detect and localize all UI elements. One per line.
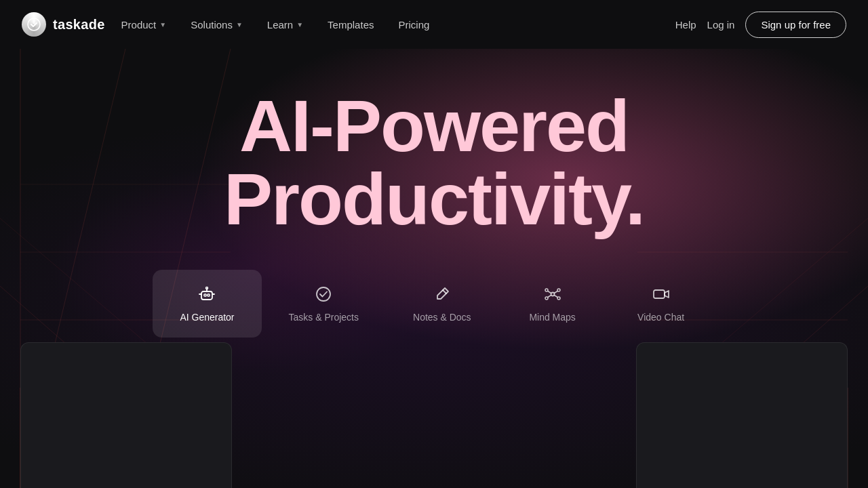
- hero-title-line1: AI-Powered: [224, 89, 644, 163]
- tab-tasks-projects[interactable]: Tasks & Projects: [262, 270, 386, 338]
- tab-notes-docs-label: Notes & Docs: [413, 312, 471, 323]
- tab-mind-maps-label: Mind Maps: [529, 312, 575, 323]
- svg-line-39: [554, 296, 557, 298]
- share-nodes-icon: [542, 283, 564, 305]
- help-link[interactable]: Help: [675, 19, 696, 30]
- nav-right: Help Log in Sign up for free: [675, 12, 846, 38]
- svg-point-33: [557, 289, 560, 291]
- svg-point-32: [545, 289, 548, 291]
- chevron-down-icon: ▼: [159, 21, 166, 28]
- tab-video-chat-label: Video Chat: [637, 312, 684, 323]
- nav-left: taskade Product ▼ Solutions ▼ Learn ▼ Te…: [22, 12, 440, 37]
- svg-rect-22: [201, 291, 212, 300]
- tab-ai-generator[interactable]: AI Generator: [153, 270, 261, 338]
- svg-line-38: [547, 296, 551, 298]
- hero-section: AI-Powered Productivity.: [0, 49, 868, 488]
- svg-point-24: [206, 287, 208, 289]
- hero-title-line2: Productivity.: [224, 163, 644, 236]
- signup-button[interactable]: Sign up for free: [745, 12, 846, 38]
- svg-line-30: [443, 290, 446, 293]
- hero-title: AI-Powered Productivity.: [224, 89, 644, 236]
- hero-content: AI-Powered Productivity.: [0, 49, 868, 338]
- preview-cards: [0, 342, 868, 488]
- login-link[interactable]: Log in: [707, 19, 735, 30]
- tab-ai-generator-label: AI Generator: [180, 312, 234, 323]
- logo-text: taskade: [53, 17, 105, 33]
- video-icon: [650, 283, 672, 305]
- nav-item-pricing[interactable]: Pricing: [387, 14, 440, 36]
- tab-video-chat[interactable]: Video Chat: [607, 270, 715, 338]
- logo-icon: [22, 12, 46, 37]
- tab-mind-maps[interactable]: Mind Maps: [498, 270, 607, 338]
- nav-links: Product ▼ Solutions ▼ Learn ▼ Templates …: [111, 14, 441, 36]
- svg-line-37: [554, 291, 557, 293]
- svg-point-35: [557, 297, 560, 300]
- feature-tabs: AI Generator Tasks & Projects: [153, 270, 715, 338]
- nav-item-product[interactable]: Product ▼: [111, 14, 178, 36]
- nav-item-solutions[interactable]: Solutions ▼: [180, 14, 254, 36]
- svg-line-36: [547, 291, 551, 293]
- svg-rect-26: [208, 294, 210, 296]
- tab-notes-docs[interactable]: Notes & Docs: [386, 270, 498, 338]
- tab-tasks-projects-label: Tasks & Projects: [289, 312, 359, 323]
- svg-point-29: [317, 287, 330, 301]
- svg-point-34: [545, 297, 548, 300]
- pencil-icon: [431, 283, 453, 305]
- chevron-down-icon: ▼: [236, 21, 243, 28]
- check-circle-icon: [313, 283, 334, 305]
- nav-item-learn[interactable]: Learn ▼: [256, 14, 314, 36]
- svg-rect-25: [204, 294, 206, 296]
- svg-rect-40: [654, 290, 665, 298]
- logo[interactable]: taskade: [22, 12, 105, 37]
- robot-icon: [196, 283, 218, 305]
- navbar: taskade Product ▼ Solutions ▼ Learn ▼ Te…: [0, 0, 868, 49]
- preview-card-right: [636, 342, 848, 488]
- svg-point-31: [551, 293, 554, 296]
- preview-card-left: [20, 342, 232, 488]
- nav-item-templates[interactable]: Templates: [317, 14, 384, 36]
- chevron-down-icon: ▼: [296, 21, 303, 28]
- svg-point-0: [27, 18, 41, 31]
